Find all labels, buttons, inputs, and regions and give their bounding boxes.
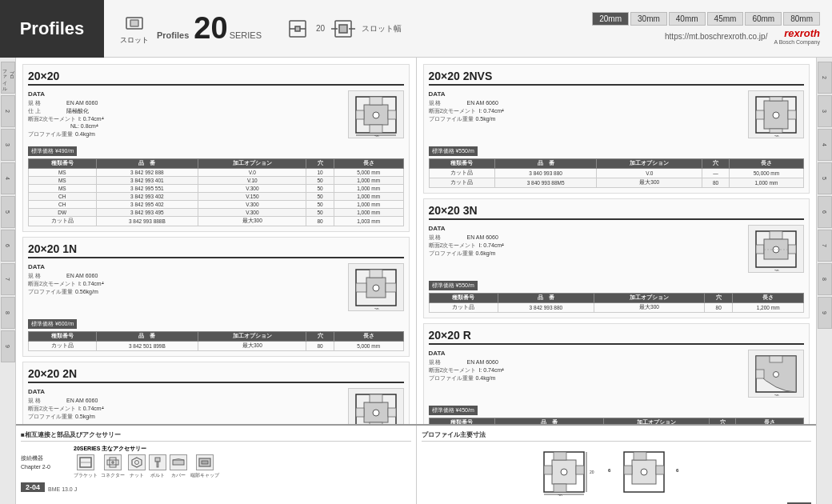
svg-rect-22 — [386, 283, 396, 292]
col-code: 品 番 — [96, 159, 198, 169]
sidebar-tab-8[interactable]: 8 — [1, 297, 15, 329]
svg-rect-81 — [634, 452, 646, 460]
right-sidebar-tab-4[interactable]: 4 — [818, 129, 832, 161]
svg-point-16 — [373, 112, 379, 118]
product-body-20x20-1N: DATA 規 格 EN AM 6060 断面2次モーメント I: 0.74cm⁴… — [28, 263, 404, 311]
spec-table-20x20-R: 種類番号 品 番 加工オプション 穴 長さ カット品 3 842 992 991… — [429, 418, 805, 424]
right-sidebar-tab-5[interactable]: 5 — [818, 162, 832, 194]
sidebar-tab-3[interactable]: 3 — [1, 129, 15, 161]
profile-img-20x20-2NVS: 20 — [748, 90, 804, 138]
svg-rect-37 — [788, 110, 796, 119]
spec-table-20x20-2NVS: 種類番号 品 番 加工オプション 穴 長さ カット品 3 840 993 880 — [429, 158, 805, 188]
table-row: MS3 842 992 888V.0105,000 mm — [29, 169, 404, 177]
slot-shape-2-icon — [331, 17, 355, 41]
svg-point-32 — [373, 410, 379, 416]
table-row: カット品 3 842 501 899B 最大300 80 5,000 mm — [29, 342, 404, 351]
rexroth-logo: rexroth — [784, 27, 820, 39]
size-tab-40mm[interactable]: 40mm — [669, 12, 706, 26]
svg-rect-69 — [576, 466, 584, 474]
product-body-20x20-R: DATA 規 格 EN AM 6060 断面2次モーメント I: 0.74cm⁴… — [429, 350, 805, 398]
size-tab-80mm[interactable]: 80mm — [783, 12, 820, 26]
price-badge-20x20-2NVS: 標準価格 ¥550/m — [429, 146, 478, 156]
price-badge-20x20-R: 標準価格 ¥450/m — [429, 406, 478, 415]
table-row: MS3 842 993 401V.10501,000 mm — [29, 177, 404, 185]
size-tab-60mm[interactable]: 60mm — [745, 12, 782, 26]
sidebar-tab-4[interactable]: 4 — [1, 162, 15, 194]
size-tab-20mm[interactable]: 20mm — [592, 12, 629, 26]
size-tabs[interactable]: 20mm 30mm 40mm 45mm 60mm 80mm — [592, 12, 820, 26]
profile-img-20x20-R: 20 — [748, 350, 804, 398]
url-text: https://mt.boschrexroth.co.jp/ — [665, 32, 767, 41]
left-column: 20×20 DATA 規 格 EN AM 6060 仕 上 陽極酸化 — [16, 58, 417, 424]
size-tab-45mm[interactable]: 45mm — [707, 12, 744, 26]
acc-item-connector: コネクター — [101, 454, 125, 479]
product-title-20x20-2NVS: 20×20 2NVS — [429, 70, 805, 86]
svg-rect-80 — [656, 466, 664, 474]
svg-rect-43 — [756, 245, 764, 254]
profile-cross-section-2N-icon: 20 — [352, 390, 400, 425]
nut-icon — [130, 457, 143, 468]
page-sub-left: BME 13.0 J — [48, 486, 77, 492]
data-panel-20x20-2NVS: DATA 規 格 EN AM 6060 断面2次モーメント I: 0.74cm⁴… — [429, 90, 742, 138]
svg-point-72 — [561, 469, 567, 475]
right-sidebar-tab-8[interactable]: 8 — [818, 263, 832, 295]
slot-width-label: スロット幅 — [362, 23, 402, 34]
data-row-section: NL: 0.8cm⁴ — [28, 122, 342, 130]
right-sidebar-tab-3[interactable]: 3 — [818, 95, 832, 127]
table-row: CH3 842 993 402V.150501,000 mm — [29, 193, 404, 201]
left-sidebar: プロファイル 2 3 4 5 6 7 8 9 — [0, 58, 16, 504]
size-tab-30mm[interactable]: 30mm — [630, 12, 667, 26]
logo-area: rexroth A Bosch Company — [774, 27, 820, 45]
svg-rect-45 — [770, 231, 782, 239]
svg-rect-29 — [388, 408, 396, 417]
sidebar-tab-profiles[interactable]: プロファイル — [1, 62, 15, 94]
sidebar-tab-6[interactable]: 6 — [1, 230, 15, 262]
profile-img-20x20-1N: 20 — [348, 263, 404, 311]
svg-text:20: 20 — [774, 394, 779, 396]
svg-point-82 — [641, 469, 647, 475]
svg-marker-59 — [132, 458, 142, 467]
page-number-left-area: 2-04 BME 13.0 J — [21, 482, 411, 492]
spec-table-20x20-3N: 種類番号 品 番 加工オプション 穴 長さ カット品 3 842 993 880… — [429, 293, 805, 313]
nav-center: スロット Profiles 20 SERIES 20 スロット幅 — [104, 11, 592, 46]
right-sidebar-tab-6[interactable]: 6 — [818, 196, 832, 228]
acc-item-endcap: 端部キャップ — [190, 454, 219, 479]
page-columns: 20×20 DATA 規 格 EN AM 6060 仕 上 陽極酸化 — [16, 58, 816, 424]
sidebar-tab-9[interactable]: 9 — [1, 330, 15, 362]
acc-item-bracket: ブラケット — [74, 454, 98, 479]
price-badge-20x20-1N: 標準価格 ¥600/m — [28, 319, 77, 329]
sidebar-tab-5[interactable]: 5 — [1, 196, 15, 228]
right-sidebar-tab-9[interactable]: 9 — [818, 297, 832, 329]
page-num-left: 2-04 — [21, 482, 45, 492]
sidebar-tab-2[interactable]: 2 — [1, 95, 15, 127]
product-title-20x20-3N: 20×20 3N — [429, 204, 805, 220]
profile-cross-section-1N-icon: 20 — [352, 266, 400, 310]
price-section-20x20-2NVS: 標準価格 ¥550/m 種類番号 品 番 加工オプション 穴 長さ — [429, 142, 805, 188]
bottom-accessories-title: ■相互連接と部品及びアクセサリー — [21, 430, 411, 442]
svg-rect-14 — [370, 97, 382, 105]
svg-rect-44 — [788, 245, 796, 254]
svg-text:20: 20 — [590, 470, 594, 474]
product-title-20x20-1N: 20×20 1N — [28, 242, 404, 258]
svg-rect-13 — [388, 110, 396, 119]
data-panel-20x20-3N: DATA 規 格 EN AM 6060 断面2次モーメント I: 0.74cm⁴… — [429, 225, 742, 273]
series-number: Profiles 20 SERIES — [157, 11, 262, 46]
profile-cross-section-2NVS-icon: 20 — [752, 93, 800, 137]
svg-rect-15 — [370, 125, 382, 133]
product-20x20: 20×20 DATA 規 格 EN AM 6060 仕 上 陽極酸化 — [22, 64, 410, 232]
product-20x20-2NVS: 20×20 2NVS DATA 規 格 EN AM 6060 断面2次モーメント… — [423, 64, 810, 194]
svg-point-24 — [373, 285, 379, 291]
svg-rect-1 — [130, 20, 138, 26]
sidebar-tab-7[interactable]: 7 — [1, 263, 15, 295]
svg-rect-61 — [155, 458, 160, 462]
table-row: DW3 842 993 495V.300501,000 mm — [29, 209, 404, 217]
profile-dimension-diagram: 20 20 6 6 — [422, 445, 812, 499]
slot-width-icons: 20 スロット幅 — [286, 17, 402, 41]
profile-cross-section-20x20-icon: 20 — [352, 93, 400, 137]
svg-point-52 — [774, 371, 779, 377]
right-sidebar-tab-7[interactable]: 7 — [818, 230, 832, 262]
right-sidebar-tab-2[interactable]: 2 — [818, 62, 832, 94]
svg-text:20: 20 — [774, 269, 779, 271]
top-bar: Profiles スロット Profiles 20 SERIES 20 — [0, 0, 832, 58]
svg-rect-50 — [756, 370, 764, 378]
